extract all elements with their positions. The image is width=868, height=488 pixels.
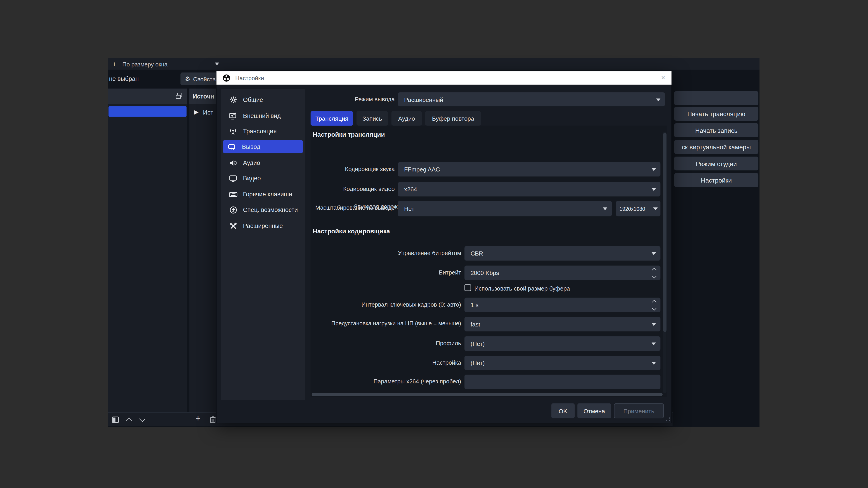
nav-item-accessibility[interactable]: Спец. возможности [224, 203, 302, 217]
nav-item-general[interactable]: Общие [224, 93, 302, 106]
settings-nav: Общие Внешний вид Трансляция Вывод [221, 89, 305, 400]
output-icon [228, 143, 237, 151]
move-down-icon[interactable] [139, 416, 146, 422]
nav-item-video[interactable]: Видео [224, 171, 302, 185]
audio-encoder-label: Кодировщик звука [311, 165, 395, 172]
audio-encoder-value: FFmpeg AAC [404, 166, 440, 173]
monitor-icon [228, 174, 237, 182]
source-item-label[interactable]: Ист [203, 109, 213, 115]
apply-button[interactable]: Применить [614, 403, 664, 418]
rate-control-select[interactable]: CBR [465, 246, 660, 261]
custom-buffer-checkbox[interactable] [465, 285, 471, 291]
nav-label: Горячие клавиши [243, 191, 292, 197]
nav-item-advanced[interactable]: Расширенные [224, 219, 302, 232]
tools-icon [228, 222, 237, 230]
x264-options-label: Параметры x264 (через пробел) [344, 378, 461, 385]
vertical-scrollbar[interactable] [663, 132, 666, 393]
caret-down-icon [651, 362, 656, 365]
dialog-title: Настройки [235, 75, 264, 81]
add-scale-icon[interactable]: + [112, 60, 116, 68]
tab-replay-buffer[interactable]: Буфер повтора [425, 111, 481, 126]
nav-item-stream[interactable]: Трансляция [224, 125, 302, 138]
nav-item-hotkeys[interactable]: Горячие клавиши [224, 188, 302, 201]
output-mode-label: Режим вывода [311, 96, 395, 102]
horizontal-scrollbar[interactable] [312, 393, 663, 396]
output-settings-panel: Настройки трансляции Звуковая дорожка 1 … [311, 126, 666, 397]
resize-grip[interactable] [666, 417, 671, 422]
tab-audio[interactable]: Аудио [391, 111, 422, 126]
vertical-scrollbar-thumb[interactable] [663, 133, 666, 332]
bitrate-value: 2000 Kbps [471, 269, 499, 276]
scene-filters-icon[interactable] [112, 416, 119, 423]
keyint-spinbox[interactable]: 1 s [465, 298, 660, 312]
keyboard-icon [228, 190, 237, 198]
spin-up-icon[interactable] [652, 267, 657, 272]
bitrate-label: Битрейт [377, 269, 461, 275]
keyint-value: 1 s [471, 302, 478, 308]
caret-down-icon [651, 252, 656, 255]
tab-streaming[interactable]: Трансляция [311, 111, 353, 126]
properties-gear-icon: ⚙ [185, 75, 190, 83]
broadcast-icon [228, 127, 237, 135]
spin-up-icon[interactable] [652, 300, 657, 304]
rescale-resolution-value: 1920x1080 [619, 205, 645, 212]
obs-logo-icon [222, 74, 230, 82]
nav-item-audio[interactable]: Аудио [224, 156, 302, 169]
move-up-icon[interactable] [126, 417, 132, 424]
output-mode-select[interactable]: Расширенный [398, 92, 665, 106]
remove-source-icon[interactable] [209, 416, 217, 423]
gear-icon [228, 96, 237, 103]
rescale-resolution-select[interactable]: 1920x1080 [616, 201, 660, 217]
start-streaming-button[interactable]: Начать трансляцию [674, 107, 758, 121]
profile-label: Профиль [377, 340, 461, 346]
spin-down-icon[interactable] [652, 273, 657, 278]
fit-to-window-select[interactable]: По размеру окна [122, 61, 167, 67]
fit-caret-icon[interactable] [215, 63, 219, 65]
start-recording-button[interactable]: Начать запись [674, 123, 758, 137]
properties-label: Свойства [193, 75, 219, 82]
profile-select[interactable]: (Нет) [465, 336, 660, 351]
caret-down-icon [653, 207, 658, 210]
nav-label: Трансляция [243, 128, 277, 134]
settings-button[interactable]: Настройки [674, 173, 758, 187]
nav-label: Аудио [243, 159, 260, 166]
rescale-label: Масштабирование на выводе [311, 205, 395, 211]
source-play-icon[interactable]: ▶ [194, 109, 199, 115]
cpu-preset-value: fast [471, 321, 480, 327]
audio-encoder-select[interactable]: FFmpeg AAC [398, 162, 660, 177]
sources-header-label: Источн [193, 93, 214, 99]
caret-down-icon [651, 323, 656, 326]
nav-item-appearance[interactable]: Внешний вид [224, 109, 302, 122]
bitrate-spinbox[interactable]: 2000 Kbps [465, 266, 660, 280]
studio-mode-button[interactable]: Режим студии [674, 157, 758, 170]
nav-label: Расширенные [243, 222, 283, 229]
cancel-button[interactable]: Отмена [577, 403, 611, 418]
controls-dock-header [674, 91, 758, 105]
dialog-close-icon[interactable]: × [661, 73, 665, 82]
caret-down-icon [656, 98, 660, 101]
no-source-label: не выбран [109, 75, 138, 82]
scenes-grid-icon[interactable] [176, 92, 183, 100]
nav-item-output[interactable]: Вывод [223, 140, 303, 153]
dialog-titlebar[interactable]: Настройки × [217, 71, 672, 85]
scene-selected-row[interactable] [108, 106, 186, 117]
rate-control-label: Управление битрейтом [377, 250, 461, 256]
tab-recording[interactable]: Запись [356, 111, 388, 126]
tune-value: (Нет) [471, 360, 485, 366]
tune-select[interactable]: (Нет) [465, 356, 660, 370]
x264-options-input[interactable] [465, 375, 660, 389]
spinner-buttons[interactable] [651, 299, 658, 311]
caret-down-icon [651, 188, 656, 191]
speaker-icon [228, 159, 237, 166]
cpu-preset-select[interactable]: fast [465, 317, 660, 331]
spin-down-icon[interactable] [652, 305, 657, 310]
ok-button[interactable]: OK [551, 403, 575, 418]
output-mode-value: Расширенный [404, 96, 443, 103]
video-encoder-select[interactable]: x264 [398, 182, 660, 197]
spinner-buttons[interactable] [651, 267, 658, 279]
rescale-select[interactable]: Нет [398, 201, 612, 217]
scenes-panel [108, 89, 187, 412]
add-source-icon[interactable]: + [195, 413, 200, 423]
virtual-camera-button[interactable]: ск виртуальной камеры [674, 140, 758, 154]
nav-label: Вывод [242, 143, 260, 150]
